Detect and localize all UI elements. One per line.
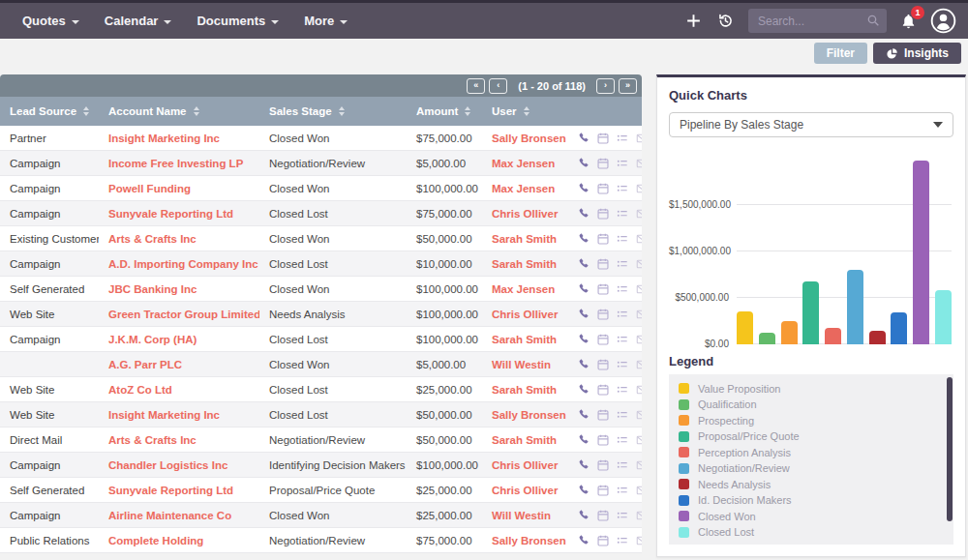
email-icon[interactable] — [635, 358, 642, 371]
tasks-list-icon[interactable] — [616, 484, 629, 497]
sort-icon[interactable] — [465, 106, 470, 116]
account-name-link[interactable]: AtoZ Co Ltd — [99, 384, 259, 396]
tasks-list-icon[interactable] — [616, 308, 629, 321]
pagination-next-button[interactable]: › — [596, 78, 615, 94]
calendar-icon[interactable] — [596, 484, 610, 497]
table-row[interactable]: Campaign A.D. Importing Company Inc Clos… — [0, 251, 642, 277]
table-row[interactable]: Self Generated JBC Banking Inc Closed Wo… — [0, 277, 642, 302]
table-row[interactable]: Campaign Airline Maintenance Co Closed W… — [0, 503, 642, 528]
account-name-link[interactable]: A.D. Importing Company Inc — [99, 258, 259, 270]
pagination-last-button[interactable]: » — [619, 78, 637, 94]
bar-id-decision-makers[interactable] — [891, 312, 907, 344]
calendar-icon[interactable] — [596, 232, 610, 246]
nav-menu-documents[interactable]: Documents — [184, 3, 291, 39]
sort-icon[interactable] — [339, 106, 345, 116]
pagination-prev-button[interactable]: ‹ — [489, 78, 507, 94]
email-icon[interactable] — [635, 433, 642, 447]
column-header-amount[interactable]: Amount — [407, 105, 482, 117]
email-icon[interactable] — [635, 534, 642, 547]
tasks-list-icon[interactable] — [616, 509, 629, 522]
bar-value-proposition[interactable] — [737, 311, 753, 344]
calendar-icon[interactable] — [596, 182, 610, 195]
account-name-link[interactable]: Powell Funding — [99, 183, 259, 194]
table-row[interactable]: A.G. Parr PLC Closed Won $5,000.00 Will … — [0, 352, 642, 377]
account-name-link[interactable]: A.G. Parr PLC — [99, 359, 259, 370]
calendar-icon[interactable] — [596, 308, 610, 321]
phone-icon[interactable] — [577, 383, 590, 397]
phone-icon[interactable] — [577, 182, 590, 195]
email-icon[interactable] — [635, 157, 642, 170]
tasks-list-icon[interactable] — [616, 157, 629, 170]
tasks-list-icon[interactable] — [616, 207, 629, 221]
user-link[interactable]: Chris Olliver — [482, 309, 567, 320]
phone-icon[interactable] — [577, 358, 590, 371]
account-name-link[interactable]: Arts & Crafts Inc — [99, 434, 259, 446]
email-icon[interactable] — [635, 282, 642, 296]
quick-create-plus-icon[interactable] — [684, 12, 703, 30]
account-name-link[interactable]: J.K.M. Corp (HA) — [99, 334, 259, 345]
email-icon[interactable] — [635, 458, 642, 472]
bar-negotiation-review[interactable] — [847, 270, 863, 344]
tasks-list-icon[interactable] — [616, 358, 629, 371]
calendar-icon[interactable] — [596, 257, 610, 271]
account-name-link[interactable]: JBC Banking Inc — [99, 283, 259, 295]
tasks-list-icon[interactable] — [616, 408, 629, 422]
sort-icon[interactable] — [524, 106, 529, 116]
table-row[interactable]: Campaign Income Free Investing LP Negoti… — [0, 151, 642, 176]
calendar-icon[interactable] — [596, 282, 610, 296]
user-link[interactable]: Will Westin — [482, 359, 567, 370]
tasks-list-icon[interactable] — [616, 433, 629, 447]
insights-button[interactable]: Insights — [873, 43, 961, 64]
table-row[interactable]: Self Generated Sunyvale Reporting Ltd Pr… — [0, 478, 642, 503]
phone-icon[interactable] — [577, 408, 590, 422]
table-row[interactable]: Direct Mail Arts & Crafts Inc Negotiatio… — [0, 427, 642, 453]
bar-closed-won[interactable] — [913, 161, 929, 344]
tasks-list-icon[interactable] — [616, 232, 629, 246]
tasks-list-icon[interactable] — [616, 333, 629, 346]
bar-proposal-price-quote[interactable] — [802, 281, 819, 344]
user-link[interactable]: Sally Bronsen — [482, 535, 567, 546]
tasks-list-icon[interactable] — [616, 458, 629, 472]
bar-qualification[interactable] — [759, 333, 775, 344]
tasks-list-icon[interactable] — [616, 534, 629, 547]
phone-icon[interactable] — [577, 333, 590, 346]
nav-menu-quotes[interactable]: Quotes — [10, 3, 92, 39]
email-icon[interactable] — [635, 484, 642, 497]
user-avatar-icon[interactable] — [930, 8, 956, 34]
search-icon[interactable] — [865, 13, 881, 32]
account-name-link[interactable]: Airline Maintenance Co — [99, 510, 259, 521]
table-row[interactable]: Campaign Sunyvale Reporting Ltd Closed L… — [0, 201, 642, 226]
user-link[interactable]: Chris Olliver — [482, 485, 567, 496]
tasks-list-icon[interactable] — [616, 182, 629, 195]
tasks-list-icon[interactable] — [616, 383, 629, 397]
user-link[interactable]: Sarah Smith — [482, 434, 567, 446]
notifications-bell-icon[interactable]: 1 — [900, 13, 917, 30]
account-name-link[interactable]: Insight Marketing Inc — [99, 409, 259, 421]
bar-prospecting[interactable] — [781, 321, 798, 344]
bar-needs-analysis[interactable] — [869, 331, 886, 344]
calendar-icon[interactable] — [596, 132, 610, 145]
user-link[interactable]: Sarah Smith — [482, 384, 567, 396]
filter-button[interactable]: Filter — [814, 43, 867, 64]
nav-menu-calendar[interactable]: Calendar — [92, 3, 185, 39]
legend-scrollbar[interactable] — [947, 377, 953, 521]
recently-viewed-history-icon[interactable] — [716, 12, 735, 30]
account-name-link[interactable]: Green Tractor Group Limited — [99, 309, 259, 320]
calendar-icon[interactable] — [596, 458, 610, 472]
phone-icon[interactable] — [577, 509, 590, 522]
tasks-list-icon[interactable] — [616, 132, 629, 145]
user-link[interactable]: Sally Bronsen — [482, 133, 567, 144]
column-header-account-name[interactable]: Account Name — [99, 105, 259, 117]
table-row[interactable]: Campaign J.K.M. Corp (HA) Closed Lost $1… — [0, 327, 642, 352]
column-header-lead-source[interactable]: Lead Source — [0, 105, 99, 117]
calendar-icon[interactable] — [596, 408, 610, 422]
pagination-first-button[interactable]: « — [467, 78, 485, 94]
account-name-link[interactable]: Sunyvale Reporting Ltd — [99, 208, 259, 220]
table-row[interactable]: Public Relations Complete Holding Negoti… — [0, 528, 642, 553]
email-icon[interactable] — [635, 383, 642, 397]
calendar-icon[interactable] — [596, 207, 610, 221]
user-link[interactable]: Sarah Smith — [482, 233, 567, 245]
table-row[interactable]: Existing Customer Arts & Crafts Inc Clos… — [0, 226, 642, 251]
column-header-sales-stage[interactable]: Sales Stage — [259, 105, 407, 117]
table-row[interactable]: Campaign Powell Funding Closed Won $100,… — [0, 176, 642, 201]
